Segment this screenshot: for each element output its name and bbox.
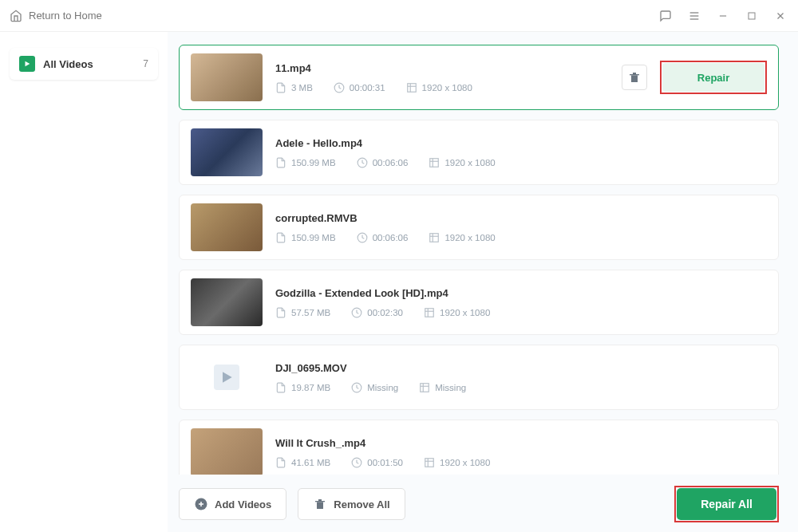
sidebar: All Videos 7 bbox=[0, 32, 168, 532]
feedback-button[interactable] bbox=[658, 8, 674, 24]
file-icon bbox=[275, 157, 286, 168]
video-duration: 00:01:50 bbox=[367, 458, 403, 467]
clock-icon bbox=[357, 232, 368, 243]
video-resolution: 1920 x 1080 bbox=[440, 458, 490, 467]
home-icon bbox=[10, 10, 22, 22]
remove-all-label: Remove All bbox=[334, 499, 389, 510]
bottom-bar: Add Videos Remove All Repair All bbox=[179, 475, 779, 522]
video-name: Adele - Hello.mp4 bbox=[275, 137, 767, 149]
video-thumbnail bbox=[191, 278, 263, 326]
repair-all-label: Repair All bbox=[701, 498, 753, 510]
resolution-icon bbox=[429, 157, 440, 168]
svg-marker-7 bbox=[26, 61, 30, 67]
repair-label: Repair bbox=[697, 72, 729, 84]
video-duration: 00:06:06 bbox=[373, 158, 409, 167]
file-icon bbox=[275, 382, 286, 393]
add-videos-button[interactable]: Add Videos bbox=[179, 488, 286, 520]
video-card[interactable]: corrupted.RMVB 150.99 MB 00:06:06 1920 x… bbox=[179, 195, 779, 260]
maximize-button[interactable] bbox=[744, 8, 760, 24]
trash-icon bbox=[313, 497, 327, 511]
video-card[interactable]: Adele - Hello.mp4 150.99 MB 00:06:06 192… bbox=[179, 120, 779, 185]
resolution-icon bbox=[419, 382, 430, 393]
return-home-button[interactable]: Return to Home bbox=[10, 10, 102, 22]
video-card[interactable]: DJI_0695.MOV 19.87 MB Missing Missing bbox=[179, 345, 779, 410]
video-resolution: 1920 x 1080 bbox=[440, 308, 490, 317]
close-button[interactable] bbox=[772, 8, 788, 24]
video-card[interactable]: Godzilla - Extended Look [HD].mp4 57.57 … bbox=[179, 270, 779, 335]
video-name: 11.mp4 bbox=[275, 62, 622, 74]
resolution-icon bbox=[429, 232, 440, 243]
remove-all-button[interactable]: Remove All bbox=[298, 488, 405, 520]
repair-button[interactable]: Repair bbox=[662, 63, 764, 92]
repair-all-button[interactable]: Repair All bbox=[677, 488, 776, 520]
video-duration: 00:02:30 bbox=[367, 308, 403, 317]
video-card[interactable]: Will It Crush_.mp4 41.61 MB 00:01:50 192… bbox=[179, 420, 779, 475]
play-icon bbox=[19, 56, 35, 72]
menu-button[interactable] bbox=[686, 8, 702, 24]
trash-icon bbox=[628, 71, 641, 84]
video-size: 19.87 MB bbox=[291, 383, 330, 392]
clock-icon bbox=[351, 307, 362, 318]
clock-icon bbox=[334, 82, 345, 93]
video-thumbnail bbox=[191, 353, 263, 401]
svg-marker-24 bbox=[223, 372, 232, 382]
minimize-button[interactable] bbox=[715, 8, 731, 24]
video-duration: 00:06:06 bbox=[373, 233, 409, 242]
clock-icon bbox=[351, 457, 362, 468]
sidebar-item-all-videos[interactable]: All Videos 7 bbox=[10, 48, 158, 80]
svg-rect-26 bbox=[421, 383, 429, 392]
file-icon bbox=[275, 82, 286, 93]
svg-rect-9 bbox=[407, 83, 416, 92]
video-size: 150.99 MB bbox=[291, 158, 336, 167]
svg-rect-13 bbox=[430, 158, 439, 167]
video-resolution: Missing bbox=[435, 383, 466, 392]
video-thumbnail bbox=[191, 53, 263, 101]
video-thumbnail bbox=[191, 128, 263, 176]
video-thumbnail bbox=[191, 428, 263, 475]
video-name: Godzilla - Extended Look [HD].mp4 bbox=[275, 287, 767, 299]
add-videos-label: Add Videos bbox=[215, 499, 271, 510]
resolution-icon bbox=[424, 307, 435, 318]
video-duration: Missing bbox=[367, 383, 398, 392]
delete-video-button[interactable] bbox=[622, 65, 647, 90]
sidebar-item-count: 7 bbox=[143, 58, 148, 69]
clock-icon bbox=[357, 157, 368, 168]
video-name: corrupted.RMVB bbox=[275, 212, 767, 224]
video-size: 41.61 MB bbox=[291, 458, 330, 467]
video-size: 150.99 MB bbox=[291, 233, 336, 242]
svg-rect-4 bbox=[749, 13, 755, 19]
resolution-icon bbox=[406, 82, 417, 93]
file-icon bbox=[275, 457, 286, 468]
video-size: 57.57 MB bbox=[291, 308, 330, 317]
file-icon bbox=[275, 232, 286, 243]
plus-circle-icon bbox=[194, 497, 208, 511]
svg-rect-21 bbox=[425, 308, 434, 317]
svg-rect-30 bbox=[425, 458, 434, 467]
video-card[interactable]: 11.mp4 3 MB 00:00:31 1920 x 1080 Repair bbox=[179, 45, 779, 110]
video-name: Will It Crush_.mp4 bbox=[275, 437, 767, 449]
video-name: DJI_0695.MOV bbox=[275, 362, 767, 374]
video-size: 3 MB bbox=[291, 83, 313, 93]
clock-icon bbox=[351, 382, 362, 393]
resolution-icon bbox=[424, 457, 435, 468]
video-resolution: 1920 x 1080 bbox=[444, 158, 495, 167]
video-placeholder-icon bbox=[214, 365, 239, 390]
video-resolution: 1920 x 1080 bbox=[444, 233, 495, 242]
video-duration: 00:00:31 bbox=[350, 83, 385, 93]
sidebar-item-label: All Videos bbox=[43, 58, 143, 70]
video-resolution: 1920 x 1080 bbox=[422, 83, 472, 93]
svg-rect-17 bbox=[430, 233, 439, 242]
return-home-label: Return to Home bbox=[29, 10, 102, 22]
file-icon bbox=[275, 307, 286, 318]
video-thumbnail bbox=[191, 203, 263, 251]
